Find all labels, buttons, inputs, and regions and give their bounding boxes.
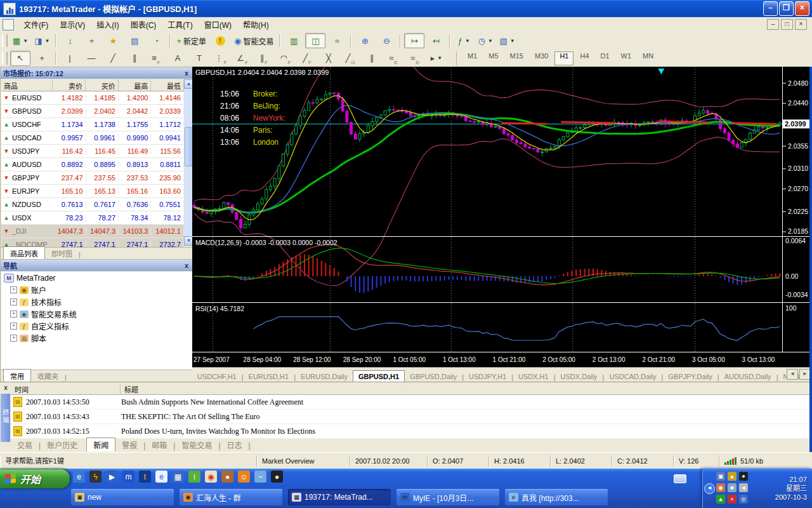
bar-chart-button[interactable]: ▥ xyxy=(284,33,304,48)
arrows-button[interactable]: ▸▼ xyxy=(426,51,447,66)
task-button-3[interactable]: mMyIE - [10月3日... xyxy=(396,489,499,505)
expand-icon[interactable]: + xyxy=(10,286,17,293)
candlestick-chart-button[interactable]: ◫ xyxy=(305,33,325,48)
fibo-expansion-button[interactable]: ╱F xyxy=(297,51,317,66)
timeframe-m5[interactable]: M5 xyxy=(483,51,503,65)
navigator-item-0[interactable]: +◉账户 xyxy=(1,284,192,296)
gann-grid-button[interactable]: ╳ xyxy=(318,51,339,66)
equidistant-channel-button[interactable]: ∥ xyxy=(124,51,145,66)
volume-icon[interactable]: ◄ xyxy=(739,483,748,492)
new-order-button[interactable]: +新定单 xyxy=(174,33,209,48)
chart-tab-EURUSDDaily[interactable]: EURUSD,Daily xyxy=(296,371,353,382)
indicators-button[interactable]: ƒ▼ xyxy=(454,33,474,48)
tray-chevron-icon[interactable]: ◄ xyxy=(704,483,715,494)
qq-tray-icon[interactable]: ● xyxy=(739,472,748,481)
expand-icon[interactable]: + xyxy=(10,298,17,305)
ie-small-icon[interactable]: e xyxy=(155,471,167,483)
market-watch-tab-0[interactable]: 商品列表 xyxy=(3,246,45,260)
chart-tab-USDJPYH1[interactable]: USDJPY,H1 xyxy=(464,371,511,382)
zoom-out-button[interactable]: ⊖ xyxy=(376,33,396,48)
navigator-button[interactable]: ★ xyxy=(103,33,123,48)
chart-tab-GBPJPYDaily[interactable]: GBPJPY,Daily xyxy=(663,371,717,382)
terminal-tab-4[interactable]: 邮箱 xyxy=(145,438,173,451)
chart-tab-EURUSDH1[interactable]: EURUSD,H1 xyxy=(244,371,294,382)
market-watch-scrollbar[interactable]: ▲ ▼ xyxy=(184,79,192,246)
fibo-fan-button[interactable]: ∠F xyxy=(232,51,252,66)
symbol-row-USDCHF[interactable]: ▲USDCHF1.17341.17381.17551.1712 xyxy=(1,118,184,131)
news-row-2[interactable]: ▤2007.10.03 14:52:15Poland Does U-turn, … xyxy=(11,424,811,439)
navigator-item-4[interactable]: +▤脚本 xyxy=(1,332,192,344)
metaeditor-button[interactable]: ! xyxy=(210,33,230,48)
symbol-row-USDX[interactable]: ▲USDX78.2378.2778.3478.12 xyxy=(1,211,184,225)
pigeon-icon[interactable]: ● xyxy=(221,471,233,483)
anchor-icon[interactable]: t xyxy=(139,471,151,483)
terminal-tab-5[interactable]: 智能交易 xyxy=(175,438,218,451)
gann-line-button[interactable]: ╱G xyxy=(340,51,360,66)
symbol-row-USDCAD[interactable]: ▲USDCAD0.99570.99610.99900.9941 xyxy=(1,131,184,145)
chart-tab-GBPUSDH1[interactable]: GBPUSD,H1 xyxy=(353,370,405,382)
start-button[interactable]: 开始 xyxy=(0,469,70,488)
chart-tab-USDXH1[interactable]: USDX,H1 xyxy=(513,371,554,382)
terminal-tab-1[interactable]: 账户历史 xyxy=(41,438,84,451)
wireless-off-icon[interactable]: × xyxy=(728,495,737,504)
line-chart-button[interactable]: ≈ xyxy=(327,33,347,48)
task-button-2[interactable]: ▦193717: MetaTrad... xyxy=(288,489,391,505)
terminal-close-icon[interactable]: x xyxy=(1,384,10,392)
chart-tab-USDCHFH1[interactable]: USDCHF,H1 xyxy=(192,371,242,382)
close-button[interactable]: × xyxy=(795,1,809,16)
profiles-button[interactable]: ◨▼ xyxy=(32,33,52,48)
symbol-row-USDJPY[interactable]: ▼USDJPY116.42116.45116.49115.56 xyxy=(1,145,184,158)
foxmail-icon[interactable]: ☺ xyxy=(238,471,250,483)
media-player-icon[interactable]: ▶ xyxy=(106,471,118,483)
chart-tab-USDCADDaily[interactable]: USDCAD,Daily xyxy=(604,371,661,382)
mdi-minimize-button[interactable]: – xyxy=(767,19,779,30)
terminal-tab-0[interactable]: 交易 xyxy=(11,438,39,451)
swan-icon[interactable]: ~ xyxy=(254,471,266,483)
menu-item-1[interactable]: 显示(V) xyxy=(54,17,91,32)
trendline-button[interactable]: ╱ xyxy=(103,51,123,66)
column-header-3[interactable]: 最高 xyxy=(119,79,152,91)
language-bar[interactable] xyxy=(674,472,691,485)
gann-fan-button[interactable]: ∥ xyxy=(362,51,382,66)
globe-icon[interactable]: ◎ xyxy=(739,495,748,504)
navigator-tab-0[interactable]: 常用 xyxy=(3,369,31,382)
vertical-line-button[interactable]: | xyxy=(60,51,80,66)
market-watch-button[interactable]: ↕ xyxy=(60,33,80,48)
myie-icon[interactable]: m xyxy=(122,471,134,483)
chart-tabs-scroll-left-icon[interactable]: ◄ xyxy=(787,369,798,380)
fibo-arc-button[interactable]: ◠F xyxy=(275,51,296,66)
zoom-in-button[interactable]: ⊕ xyxy=(355,33,375,48)
timeframe-m15[interactable]: M15 xyxy=(505,51,528,65)
mdi-close-button[interactable]: × xyxy=(795,19,807,30)
minimize-button[interactable]: – xyxy=(763,1,778,16)
timeframe-h4[interactable]: H4 xyxy=(575,51,594,65)
navigator-item-1[interactable]: +ƒ技术指标 xyxy=(1,296,192,308)
chart-tab-GBPUSDDaily[interactable]: GBPUSD,Daily xyxy=(405,371,462,382)
text-button[interactable]: A xyxy=(167,51,188,66)
market-watch-close-icon[interactable]: x xyxy=(183,69,190,77)
fibo-retracement-button[interactable]: ≡F xyxy=(146,51,166,66)
navigator-root[interactable]: MMetaTrader xyxy=(1,272,192,284)
symbol-row-GBPUSD[interactable]: ▼GBPUSD2.03992.04022.04422.0339 xyxy=(1,105,184,118)
column-header-2[interactable]: 买价 xyxy=(86,79,119,91)
mdi-child-icon[interactable] xyxy=(3,19,14,30)
expert-advisors-button[interactable]: ◉智能交易 xyxy=(232,33,276,48)
timeframe-mn[interactable]: MN xyxy=(638,51,658,65)
timeframe-h1[interactable]: H1 xyxy=(554,51,573,65)
crosshair-button[interactable]: + xyxy=(32,51,52,66)
toolbar-grip[interactable] xyxy=(2,52,8,65)
text-label-button[interactable]: T xyxy=(189,51,209,66)
contacts-icon[interactable]: ◉ xyxy=(716,483,725,492)
mdi-restore-button[interactable]: □ xyxy=(781,19,793,30)
timeframe-m30[interactable]: M30 xyxy=(530,51,553,65)
menu-item-6[interactable]: 帮助(H) xyxy=(237,17,275,32)
picture-viewer-icon[interactable]: ◉ xyxy=(205,471,217,483)
display-muted-icon[interactable]: ■ xyxy=(728,483,737,492)
strategy-tester-button[interactable]: ◔ xyxy=(146,33,166,48)
toolbar-grip[interactable] xyxy=(2,34,8,47)
menu-item-0[interactable]: 文件(F) xyxy=(18,17,54,32)
network-icon[interactable]: ▣ xyxy=(716,472,725,481)
msn-icon[interactable]: i xyxy=(188,471,200,483)
news-row-1[interactable]: ▤2007.10.03 14:53:43THE SKEPTIC: The Art… xyxy=(11,410,811,424)
auto-scroll-button[interactable]: ↦ xyxy=(404,33,424,48)
